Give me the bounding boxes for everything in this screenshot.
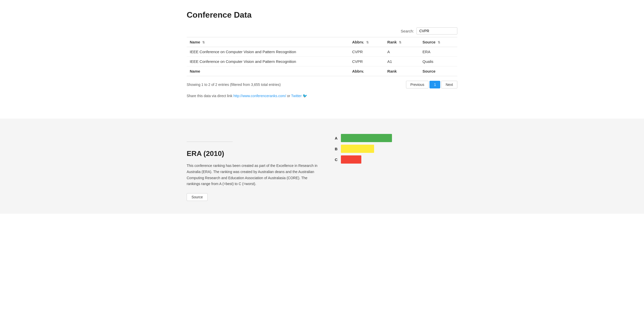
era-left: ERA (2010) This conference ranking has b… [187,131,319,201]
conference-table: Name ⇅ Abbrv. ⇅ Rank ⇅ Source ⇅ IEEE Co [187,37,457,76]
cell-abbrv: CVPR [349,57,384,66]
share-row: Share this data via direct link http://w… [187,94,457,98]
footer-col-source: Source [420,66,457,76]
era-title: ERA (2010) [187,150,319,158]
search-label: Search: [401,29,414,33]
era-right: A B C [335,131,392,164]
rank-bar-fill [341,145,374,153]
cell-rank: A [384,47,420,57]
share-or-text: or [287,94,290,98]
rank-bar-fill [341,134,392,142]
search-input[interactable] [416,27,457,35]
cell-name: IEEE Conference on Computer Vision and P… [187,47,349,57]
cell-name: IEEE Conference on Computer Vision and P… [187,57,349,66]
col-header-rank[interactable]: Rank ⇅ [384,37,420,47]
rank-bar-label: B [335,147,341,151]
pagination-controls: Previous 1 Next [406,81,457,88]
gray-section: ERA (2010) This conference ranking has b… [0,119,644,214]
twitter-icon: 🐦 [303,94,307,98]
era-description: This conference ranking has been created… [187,163,319,187]
col-header-source[interactable]: Source ⇅ [420,37,457,47]
cell-source: ERA [420,47,457,57]
rank-bar-label: A [335,136,341,140]
footer-col-name: Name [187,66,349,76]
table-body: IEEE Conference on Computer Vision and P… [187,47,457,66]
main-content: Conference Data Search: Name ⇅ Abbrv. ⇅ … [182,0,462,108]
sort-icon-rank[interactable]: ⇅ [399,41,401,44]
page-title: Conference Data [187,10,457,20]
rank-bar-fill [341,155,361,164]
cell-abbrv: CVPR [349,47,384,57]
footer-col-rank: Rank [384,66,420,76]
share-link[interactable]: http://www.conferenceranks.com/ [233,94,286,98]
next-button[interactable]: Next [441,81,457,88]
showing-text: Showing 1 to 2 of 2 entries (filtered fr… [187,83,281,87]
footer-col-abbrv: Abbrv. [349,66,384,76]
rank-bar-label: C [335,157,341,162]
previous-button[interactable]: Previous [406,81,428,88]
sort-icon-source[interactable]: ⇅ [438,41,440,44]
twitter-label: Twitter [291,94,302,98]
era-source-button[interactable]: Source [187,193,208,201]
col-header-abbrv[interactable]: Abbrv. ⇅ [349,37,384,47]
sort-icon-name[interactable]: ⇅ [202,41,205,44]
table-row: IEEE Conference on Computer Vision and P… [187,57,457,66]
section-divider [187,142,233,142]
share-text-before: Share this data via direct link [187,94,232,98]
search-bar: Search: [187,27,457,35]
twitter-link[interactable]: Twitter 🐦 [291,94,307,98]
rank-bar: B [335,145,392,153]
cell-source: Qualis [420,57,457,66]
table-row: IEEE Conference on Computer Vision and P… [187,47,457,57]
rank-bar: C [335,155,392,164]
pagination-row: Showing 1 to 2 of 2 entries (filtered fr… [187,81,457,88]
col-header-name[interactable]: Name ⇅ [187,37,349,47]
rank-bar: A [335,134,392,142]
cell-rank: A1 [384,57,420,66]
page-1-button[interactable]: 1 [430,81,440,88]
sort-icon-abbrv[interactable]: ⇅ [366,41,369,44]
gray-inner: ERA (2010) This conference ranking has b… [182,131,462,201]
